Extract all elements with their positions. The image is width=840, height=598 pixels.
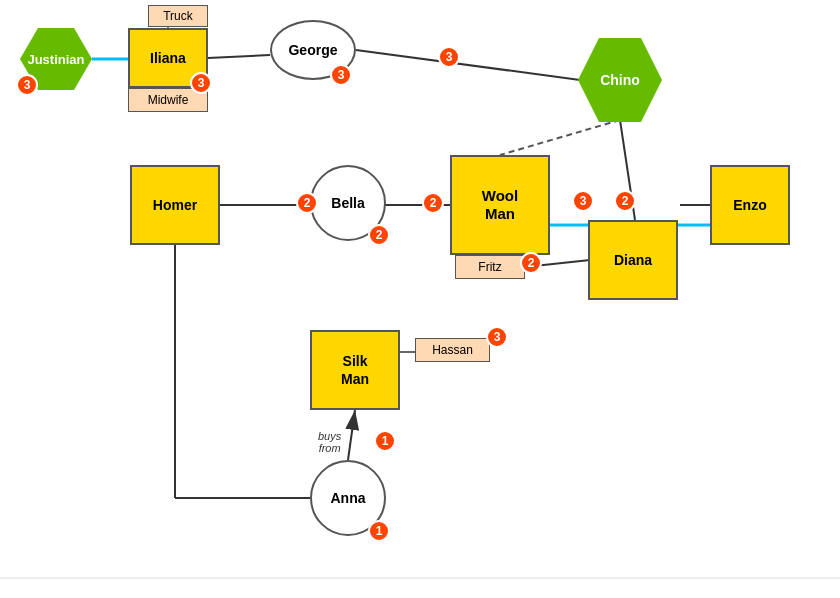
- svg-line-2: [208, 55, 270, 58]
- woolman-label: WoolMan: [482, 187, 518, 223]
- diagram: Justinian 3 Truck Iliana 3 Midwife Georg…: [0, 0, 840, 598]
- enzo-label: Enzo: [733, 197, 766, 213]
- silkman-node[interactable]: SilkMan: [310, 330, 400, 410]
- diana-label: Diana: [614, 252, 652, 268]
- fritz-label: Fritz: [455, 255, 525, 279]
- truck-label: Truck: [148, 5, 208, 27]
- enzo-node[interactable]: Enzo: [710, 165, 790, 245]
- george-chino-badge: 3: [438, 46, 460, 68]
- bella-badge: 2: [368, 224, 390, 246]
- bella-label: Bella: [331, 195, 364, 211]
- homer-bella-badge: 2: [296, 192, 318, 214]
- silkman-label: SilkMan: [341, 352, 369, 388]
- iliana-label: Iliana: [150, 50, 186, 66]
- hassan-badge: 3: [486, 326, 508, 348]
- anna-badge: 1: [368, 520, 390, 542]
- hassan-label: Hassan: [415, 338, 490, 362]
- woolman-node[interactable]: WoolMan: [450, 155, 550, 255]
- chino-label: Chino: [600, 72, 640, 88]
- diana-badge-2: 2: [614, 190, 636, 212]
- justinian-badge: 3: [16, 74, 38, 96]
- chino-woolman-badge: 3: [572, 190, 594, 212]
- bella-woolman-badge: 2: [422, 192, 444, 214]
- chino-node[interactable]: Chino: [578, 38, 662, 122]
- svg-line-3: [356, 50, 580, 80]
- diana-node[interactable]: Diana: [588, 220, 678, 300]
- homer-node[interactable]: Homer: [130, 165, 220, 245]
- anna-label: Anna: [331, 490, 366, 506]
- george-label: George: [288, 42, 337, 58]
- svg-line-14: [348, 410, 355, 460]
- buys-from-badge: 1: [374, 430, 396, 452]
- buys-from-label: buysfrom: [318, 430, 341, 454]
- homer-label: Homer: [153, 197, 197, 213]
- svg-line-6: [500, 120, 620, 155]
- iliana-badge: 3: [190, 72, 212, 94]
- justinian-label: Justinian: [27, 52, 84, 67]
- fritz-badge: 2: [520, 252, 542, 274]
- george-badge: 3: [330, 64, 352, 86]
